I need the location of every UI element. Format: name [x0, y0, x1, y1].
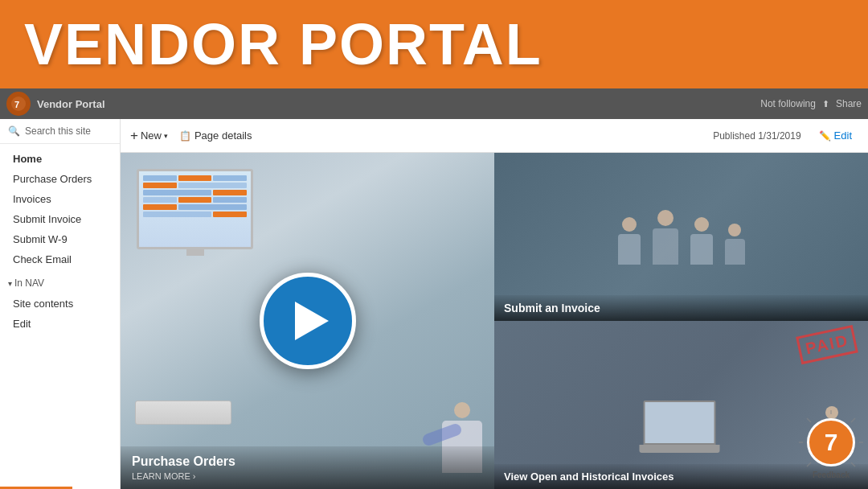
- purchase-orders-title: Purchase Orders: [132, 454, 483, 469]
- play-button[interactable]: [260, 273, 356, 369]
- feedback-widget[interactable]: 7 Feedback: [804, 415, 858, 479]
- nav-check-email[interactable]: Check Email: [0, 249, 120, 269]
- nav-edit[interactable]: Edit: [0, 314, 120, 334]
- sp-site-name: Vendor Portal: [37, 98, 105, 110]
- nav-site-contents[interactable]: Site contents: [0, 294, 120, 314]
- content-grid: Purchase Orders LEARN MORE ›: [121, 153, 868, 489]
- new-chevron-icon: ▾: [164, 132, 168, 140]
- in-nav-section-header: ▾ In NAV: [0, 273, 120, 294]
- svg-line-10: [807, 418, 811, 422]
- command-bar: + New ▾ 📋 Page details Published 1/31/20…: [121, 119, 868, 153]
- arrow-right-icon: ›: [193, 471, 196, 481]
- search-placeholder: Search this site: [25, 125, 91, 137]
- nav-home[interactable]: Home: [0, 149, 120, 169]
- paid-stamp: PAID: [796, 325, 858, 364]
- sp-logo-circle: 7: [6, 92, 31, 116]
- monitor-frame: [137, 169, 253, 249]
- laptop-base: [639, 445, 719, 453]
- share-icon: ⬆: [822, 99, 829, 109]
- page-details-button[interactable]: 📋 Page details: [179, 129, 252, 142]
- page-details-icon: 📋: [179, 130, 191, 142]
- search-icon: 🔍: [8, 125, 20, 137]
- nav-purchase-orders[interactable]: Purchase Orders: [0, 169, 120, 189]
- submit-invoice-title: Submit an Invoice: [504, 302, 858, 314]
- share-btn[interactable]: Share: [836, 98, 862, 109]
- sp-topbar: 7 Vendor Portal Not following ⬆ Share: [0, 88, 868, 119]
- laptop: [643, 401, 719, 453]
- new-button[interactable]: + New ▾: [130, 128, 168, 144]
- sidebar-nav: Home Purchase Orders Invoices Submit Inv…: [0, 144, 120, 489]
- published-info: Published 1/31/2019: [713, 130, 800, 142]
- main-content: + New ▾ 📋 Page details Published 1/31/20…: [121, 119, 868, 489]
- play-triangle-icon: [295, 302, 329, 340]
- edit-pencil-icon: ✏️: [819, 130, 831, 142]
- not-following-btn[interactable]: Not following: [760, 98, 816, 109]
- page-details-label: Page details: [194, 129, 252, 142]
- chevron-icon: ▾: [8, 279, 12, 288]
- search-box[interactable]: 🔍 Search this site: [0, 119, 120, 144]
- submit-invoice-overlay: Submit an Invoice: [494, 295, 868, 321]
- sidebar: 🔍 Search this site Home Purchase Orders …: [0, 119, 121, 489]
- seven-circle: 7: [807, 418, 855, 466]
- new-plus-icon: +: [130, 128, 138, 144]
- grid-cell-submit-invoice: Submit an Invoice: [494, 153, 868, 321]
- new-label: New: [141, 129, 162, 142]
- nav-invoices[interactable]: Invoices: [0, 189, 120, 209]
- monitor-stand: [186, 249, 204, 256]
- svg-text:7: 7: [14, 100, 19, 109]
- edit-button[interactable]: ✏️ Edit: [813, 126, 858, 145]
- svg-line-8: [807, 462, 811, 466]
- nav-submit-w9[interactable]: Submit W-9: [0, 229, 120, 249]
- in-nav-text: In NAV: [14, 277, 44, 289]
- learn-more-link[interactable]: LEARN MORE ›: [132, 471, 483, 481]
- laptop-screen: [643, 401, 715, 445]
- banner: VENDOR PORTAL: [0, 0, 868, 88]
- banner-title: VENDOR PORTAL: [24, 11, 542, 77]
- purchase-orders-overlay: Purchase Orders LEARN MORE ›: [121, 446, 494, 489]
- svg-line-5: [851, 418, 855, 422]
- svg-line-7: [851, 462, 855, 466]
- edit-label: Edit: [834, 129, 852, 142]
- keyboard: [135, 401, 231, 425]
- monitor-container: [137, 169, 253, 256]
- nav-submit-invoice[interactable]: Submit Invoice: [0, 209, 120, 229]
